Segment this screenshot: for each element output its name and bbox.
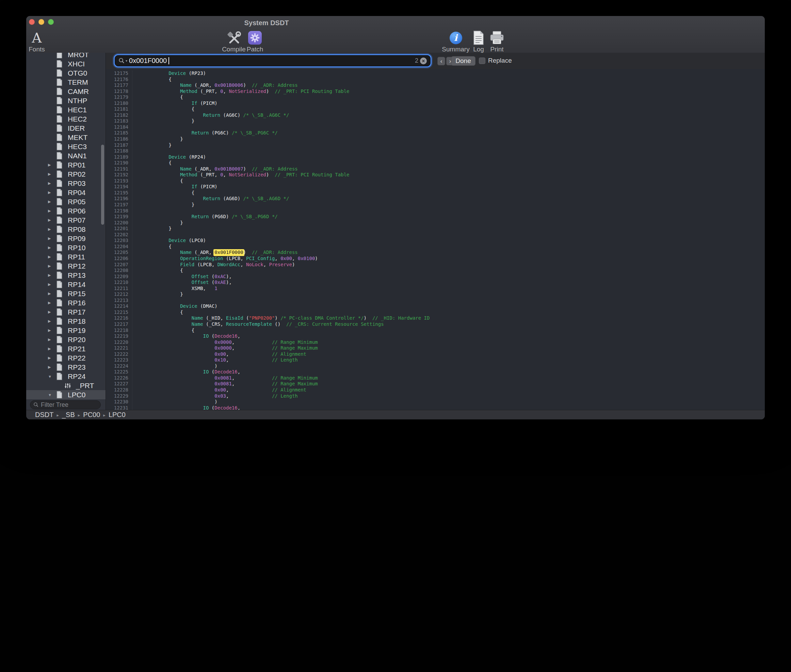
- disclosure-collapsed-icon[interactable]: ▶: [48, 301, 56, 305]
- sidebar-item-rp21[interactable]: ▶RP21: [26, 344, 105, 354]
- line-number: 12186: [106, 136, 133, 142]
- sidebar-item-prt[interactable]: _PRT: [26, 381, 105, 390]
- clear-search-icon[interactable]: ×: [420, 58, 427, 64]
- sidebar-item-rp11[interactable]: ▶RP11: [26, 252, 105, 261]
- sidebar-item-rp07[interactable]: ▶RP07: [26, 216, 105, 225]
- code-line: 12213: [106, 298, 765, 304]
- disclosure-collapsed-icon[interactable]: ▶: [48, 181, 56, 186]
- disclosure-collapsed-icon[interactable]: ▶: [48, 264, 56, 268]
- line-number: 12224: [106, 363, 133, 370]
- zoom-button[interactable]: [48, 19, 54, 25]
- minimize-button[interactable]: [38, 19, 44, 25]
- sidebar-item-rp20[interactable]: ▶RP20: [26, 335, 105, 344]
- disclosure-collapsed-icon[interactable]: ▶: [48, 200, 56, 204]
- sidebar-item-lpc0[interactable]: ▼LPC0: [26, 390, 105, 399]
- toolbar-log-button[interactable]: Log: [469, 30, 488, 53]
- device-icon: [56, 216, 66, 224]
- device-icon: [56, 299, 66, 307]
- line-number: 12214: [106, 303, 133, 309]
- code-line: 12222 0x00, // Alignment: [106, 351, 765, 357]
- toolbar-patch-button[interactable]: Patch: [244, 30, 266, 53]
- disclosure-collapsed-icon[interactable]: ▶: [48, 328, 56, 333]
- disclosure-collapsed-icon[interactable]: ▶: [48, 190, 56, 195]
- sidebar-item-camr[interactable]: CAMR: [26, 87, 105, 96]
- code-line: 12191 Name (_ADR, 0x001B0007) // _ADR: A…: [106, 166, 765, 172]
- sidebar-item-mrot[interactable]: MROT: [26, 53, 105, 59]
- sidebar-item-rp22[interactable]: ▶RP22: [26, 354, 105, 363]
- disclosure-collapsed-icon[interactable]: ▶: [48, 218, 56, 222]
- sidebar-item-rp15[interactable]: ▶RP15: [26, 289, 105, 298]
- sidebar-item-mekt[interactable]: MEKT: [26, 133, 105, 142]
- code-editor[interactable]: 12175 Device (RP23)12176 {12177 Name (_A…: [106, 69, 765, 410]
- breadcrumb-item[interactable]: DSDT: [35, 411, 53, 419]
- disclosure-collapsed-icon[interactable]: ▶: [48, 172, 56, 176]
- disclosure-collapsed-icon[interactable]: ▶: [48, 310, 56, 314]
- disclosure-collapsed-icon[interactable]: ▶: [48, 291, 56, 296]
- done-button[interactable]: Done: [451, 56, 476, 66]
- sidebar-item-nthp[interactable]: NTHP: [26, 96, 105, 105]
- line-number: 12192: [106, 172, 133, 178]
- toolbar-print-button[interactable]: Print: [487, 30, 507, 53]
- disclosure-collapsed-icon[interactable]: ▶: [48, 245, 56, 250]
- sidebar-item-rp02[interactable]: ▶RP02: [26, 170, 105, 179]
- code-text: Return (PG6C) /* \_SB_.PG6C */: [133, 130, 278, 136]
- code-line: 12196 Return (AG6D) /* \_SB_.AG6D */: [106, 196, 765, 202]
- sidebar-item-hec3[interactable]: HEC3: [26, 142, 105, 151]
- toolbar-fonts-button[interactable]: A Fonts: [27, 30, 47, 53]
- sidebar-item-xhci[interactable]: XHCI: [26, 59, 105, 69]
- line-number: 12223: [106, 357, 133, 363]
- sidebar-item-hec2[interactable]: HEC2: [26, 114, 105, 123]
- disclosure-collapsed-icon[interactable]: ▶: [48, 282, 56, 286]
- close-button[interactable]: [29, 19, 35, 25]
- sidebar-item-rp18[interactable]: ▶RP18: [26, 317, 105, 326]
- sidebar-item-rp05[interactable]: ▶RP05: [26, 197, 105, 206]
- sidebar-item-rp16[interactable]: ▶RP16: [26, 298, 105, 307]
- sidebar-item-rp10[interactable]: ▶RP10: [26, 243, 105, 252]
- disclosure-collapsed-icon[interactable]: ▶: [48, 209, 56, 213]
- disclosure-collapsed-icon[interactable]: ▶: [48, 356, 56, 360]
- disclosure-collapsed-icon[interactable]: ▶: [48, 365, 56, 370]
- toolbar-summary-label: Summary: [442, 46, 469, 53]
- sidebar-item-ider[interactable]: IDER: [26, 123, 105, 133]
- sidebar-item-rp09[interactable]: ▶RP09: [26, 234, 105, 243]
- disclosure-expanded-icon[interactable]: ▼: [48, 393, 56, 397]
- sidebar-item-label: MROT: [66, 53, 89, 59]
- breadcrumb-item[interactable]: PC00: [83, 411, 100, 419]
- sidebar-item-rp12[interactable]: ▶RP12: [26, 261, 105, 270]
- sidebar-item-rp03[interactable]: ▶RP03: [26, 179, 105, 188]
- search-menu-chevron-icon[interactable]: ▾: [126, 59, 127, 62]
- sidebar-item-rp24[interactable]: ▼RP24: [26, 372, 105, 381]
- breadcrumb-item[interactable]: _SB: [62, 411, 75, 419]
- disclosure-collapsed-icon[interactable]: ▶: [48, 319, 56, 323]
- disclosure-collapsed-icon[interactable]: ▶: [48, 254, 56, 259]
- replace-checkbox[interactable]: [479, 58, 485, 64]
- sidebar-item-otg0[interactable]: OTG0: [26, 69, 105, 78]
- breadcrumb-item[interactable]: LPC0: [109, 411, 126, 419]
- sidebar-item-rp06[interactable]: ▶RP06: [26, 206, 105, 216]
- sidebar-item-rp08[interactable]: ▶RP08: [26, 225, 105, 234]
- filter-tree-field[interactable]: Filter Tree: [30, 400, 101, 409]
- sidebar-item-rp19[interactable]: ▶RP19: [26, 326, 105, 335]
- sidebar-scrollbar[interactable]: [101, 145, 104, 225]
- sidebar-item-rp17[interactable]: ▶RP17: [26, 307, 105, 317]
- disclosure-collapsed-icon[interactable]: ▶: [48, 236, 56, 241]
- sidebar-item-rp23[interactable]: ▶RP23: [26, 363, 105, 372]
- sidebar-item-nan1[interactable]: NAN1: [26, 151, 105, 160]
- code-text: {: [133, 178, 183, 184]
- sidebar-item-rp14[interactable]: ▶RP14: [26, 280, 105, 289]
- sidebar-item-rp01[interactable]: ▶RP01: [26, 160, 105, 170]
- sidebar-item-rp04[interactable]: ▶RP04: [26, 188, 105, 197]
- disclosure-collapsed-icon[interactable]: ▶: [48, 347, 56, 351]
- toolbar-compile-button[interactable]: Compile: [221, 30, 247, 53]
- sidebar-item-rp13[interactable]: ▶RP13: [26, 270, 105, 280]
- sidebar-item-hec1[interactable]: HEC1: [26, 105, 105, 114]
- sidebar-item-term[interactable]: TERM: [26, 78, 105, 87]
- disclosure-collapsed-icon[interactable]: ▶: [48, 163, 56, 167]
- disclosure-expanded-icon[interactable]: ▼: [48, 374, 56, 379]
- disclosure-collapsed-icon[interactable]: ▶: [48, 273, 56, 277]
- find-search-field[interactable]: ▾ 0x001F0000 2 ×: [115, 55, 431, 66]
- find-previous-button[interactable]: ‹: [437, 57, 445, 66]
- disclosure-collapsed-icon[interactable]: ▶: [48, 227, 56, 232]
- toolbar-summary-button[interactable]: i Summary: [441, 30, 470, 53]
- disclosure-collapsed-icon[interactable]: ▶: [48, 338, 56, 342]
